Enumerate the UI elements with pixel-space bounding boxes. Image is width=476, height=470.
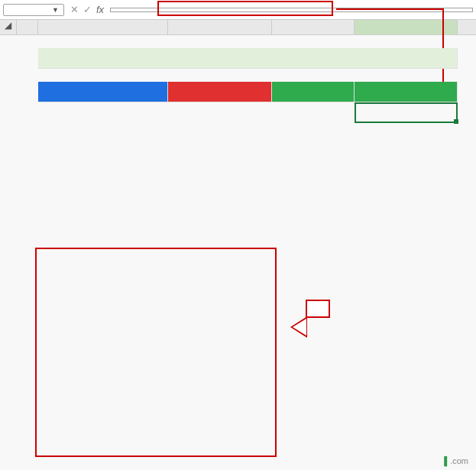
enter-icon[interactable]: ✓ [83, 4, 92, 15]
source-header-city [168, 287, 272, 304]
fill-handle[interactable] [454, 119, 458, 124]
formula-input[interactable] [110, 8, 473, 12]
col-A[interactable] [17, 20, 38, 34]
select-all[interactable]: ◢ [0, 20, 17, 35]
header-name [38, 82, 168, 102]
header-height [272, 82, 355, 102]
callout-label [306, 300, 330, 318]
brand-logo: ▌.com [444, 456, 468, 465]
callout-arrow-icon [290, 316, 307, 338]
name-box[interactable]: ▼ [3, 4, 64, 16]
fx-controls: ✕ ✓ fx [64, 4, 110, 15]
header-gender [168, 82, 272, 102]
page-title [38, 48, 458, 69]
source-box-border [35, 248, 277, 457]
column-headers: ◢ [0, 20, 476, 35]
fx-icon[interactable]: fx [96, 4, 104, 15]
cancel-icon[interactable]: ✕ [70, 4, 79, 15]
col-C[interactable] [168, 20, 272, 34]
source-header-name [38, 287, 168, 304]
chevron-down-icon[interactable]: ▼ [52, 6, 59, 14]
selected-cell-outline [355, 102, 458, 123]
col-D[interactable] [272, 20, 355, 34]
formula-bar: ▼ ✕ ✓ fx [0, 0, 476, 20]
col-E[interactable] [355, 20, 458, 34]
source-title [38, 254, 272, 272]
header-city [355, 82, 458, 102]
col-B[interactable] [38, 20, 168, 34]
